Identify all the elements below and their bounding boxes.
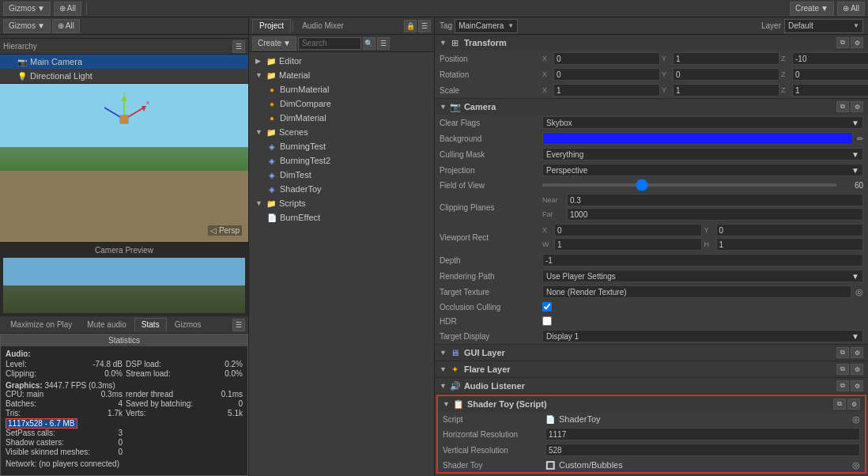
shader-toy-header[interactable]: ▼ 📋 Shader Toy (Script) ⧉ ⚙	[438, 396, 865, 412]
hdr-checkbox[interactable]	[542, 316, 552, 326]
background-color-swatch[interactable]	[542, 132, 853, 145]
target-texture-dropdown[interactable]: None (Render Texture)	[542, 285, 851, 298]
projection-value: Perspective ▼	[542, 164, 863, 176]
scene-gizmo: y x	[96, 92, 152, 149]
camera-gear-button[interactable]: ⚙	[851, 101, 863, 112]
audio-gear-button[interactable]: ⚙	[851, 380, 863, 391]
tag-dropdown[interactable]: MainCamera ▼	[455, 19, 518, 33]
folder-material[interactable]: ▼ 📁 Material	[249, 68, 434, 82]
item-burneffect[interactable]: 📄 BurnEffect	[249, 210, 434, 225]
item-dimtest[interactable]: ◈ DimTest	[249, 168, 434, 182]
gui-gear-button[interactable]: ⚙	[851, 347, 863, 358]
camera-component-header[interactable]: ▼ 📷 Camera ⧉ ⚙	[435, 99, 868, 115]
stats-panel: Statistics Audio: Level: -74.8 dB Clippi…	[0, 334, 248, 476]
horiz-res-input[interactable]	[545, 428, 860, 440]
gui-layer-component: ▼ 🖥 GUI Layer ⧉ ⚙	[435, 345, 868, 361]
all2-button[interactable]: ⊕ All	[837, 2, 865, 16]
gizmos-button[interactable]: Gizmos ▼	[3, 2, 51, 16]
inspector-panel: Tag MainCamera ▼ Layer Default ▼ ▼ ⊞ Tra…	[435, 17, 868, 476]
near-input[interactable]	[567, 194, 863, 206]
pos-z-input[interactable]	[792, 52, 868, 65]
rot-y-input[interactable]	[673, 68, 779, 81]
stats-menu-button[interactable]: ☰	[232, 319, 245, 331]
flare-gear-button[interactable]: ⚙	[851, 364, 863, 375]
pos-y-input[interactable]	[673, 52, 779, 65]
project-search-input[interactable]	[298, 37, 361, 50]
search-icon-btn[interactable]: 🔍	[363, 37, 376, 50]
project-create-button[interactable]: Create ▼	[252, 36, 296, 51]
camera-icon: 📷	[17, 56, 28, 67]
rot-z-input[interactable]	[792, 68, 868, 81]
occlusion-checkbox[interactable]	[542, 302, 552, 312]
vp-w-input[interactable]	[554, 238, 702, 251]
folder-scenes[interactable]: ▼ 📁 Scenes	[249, 125, 434, 139]
scene-all-button[interactable]: ⊕ All	[52, 19, 80, 33]
audio-ref-button[interactable]: ⧉	[836, 380, 849, 391]
pos-x-input[interactable]	[553, 52, 660, 65]
clear-flags-dropdown[interactable]: Skybox ▼	[542, 116, 863, 129]
shader-value: 🔳 Custom/Bubbles ◎	[545, 460, 860, 470]
project-lock-button[interactable]: 🔒	[404, 20, 417, 32]
item-dimcompare[interactable]: ● DimCompare	[249, 96, 434, 111]
item-dimmaterial[interactable]: ● DimMaterial	[249, 111, 434, 125]
item-burningtest[interactable]: ◈ BurningTest	[249, 139, 434, 153]
camera-ref-button[interactable]: ⧉	[836, 101, 849, 112]
gizmos2-button[interactable]: Gizmos ▼	[3, 19, 51, 33]
folder-scripts[interactable]: ▼ 📁 Scripts	[249, 196, 434, 210]
culling-mask-row: Culling Mask Everything ▼	[435, 146, 868, 162]
folder-editor[interactable]: ▶ 📁 Editor	[249, 54, 434, 68]
transform-ref-button[interactable]: ⧉	[836, 37, 849, 48]
fov-value: 60	[542, 181, 863, 190]
tab-project[interactable]: Project	[252, 19, 291, 33]
vp-y-input[interactable]	[716, 224, 864, 236]
gui-ref-button[interactable]: ⧉	[836, 347, 849, 358]
main-camera-item[interactable]: 📷 Main Camera	[0, 55, 248, 69]
rendering-dropdown[interactable]: Use Player Settings ▼	[542, 270, 863, 282]
inspector-header: Tag MainCamera ▼ Layer Default ▼	[435, 17, 868, 35]
scale-x-input[interactable]	[553, 84, 660, 96]
target-display-dropdown[interactable]: Display 1 ▼	[542, 330, 863, 342]
svg-marker-1	[121, 95, 127, 101]
tag-arrow-icon: ▼	[508, 22, 514, 29]
shader-pick-icon[interactable]: ◎	[852, 460, 860, 470]
transform-header[interactable]: ▼ ⊞ Transform ⧉ ⚙	[435, 35, 868, 51]
tab-stats[interactable]: Stats	[134, 318, 167, 332]
item-burnmaterial[interactable]: ● BurnMaterial	[249, 82, 434, 96]
item-shadertoy-scene[interactable]: ◈ ShaderToy	[249, 182, 434, 196]
position-row: Position X Y Z	[435, 51, 868, 66]
projection-dropdown[interactable]: Perspective ▼	[542, 164, 863, 176]
create-button[interactable]: Create ▼	[790, 2, 834, 16]
target-texture-pick-icon[interactable]: ◎	[855, 287, 863, 297]
vp-x-input[interactable]	[554, 224, 702, 236]
tab-gizmos[interactable]: Gizmos	[168, 318, 209, 332]
tab-audio-mixer[interactable]: Audio Mixer	[295, 19, 351, 33]
rot-x-input[interactable]	[553, 68, 660, 81]
tab-maximize[interactable]: Maximize on Play	[3, 318, 79, 332]
st-gear-button[interactable]: ⚙	[847, 399, 860, 410]
layer-dropdown[interactable]: Default ▼	[784, 19, 863, 33]
fov-slider[interactable]	[542, 183, 836, 187]
flare-layer-header[interactable]: ▼ ✦ Flare Layer ⧉ ⚙	[435, 361, 868, 377]
vp-h-input[interactable]	[716, 238, 864, 251]
hierarchy-menu-button[interactable]: ☰	[232, 40, 245, 53]
flare-ref-button[interactable]: ⧉	[836, 364, 849, 375]
item-burningtest2[interactable]: ◈ BurningTest2	[249, 153, 434, 168]
filter-icon-btn[interactable]: ☰	[377, 37, 390, 50]
script-pick-icon[interactable]: ◎	[852, 414, 860, 425]
st-ref-button[interactable]: ⧉	[833, 399, 846, 410]
scale-y-input[interactable]	[673, 84, 779, 96]
all-button[interactable]: ⊕ All	[54, 2, 81, 16]
transform-gear-button[interactable]: ⚙	[851, 37, 863, 48]
far-input[interactable]	[567, 208, 863, 221]
project-menu-button[interactable]: ☰	[418, 20, 431, 32]
vert-res-input[interactable]	[545, 444, 860, 456]
gui-layer-header[interactable]: ▼ 🖥 GUI Layer ⧉ ⚙	[435, 345, 868, 361]
near-far-group: Near Far	[542, 194, 863, 221]
directional-light-item[interactable]: 💡 Directional Light	[0, 69, 248, 83]
background-edit-icon[interactable]: ✏	[857, 134, 863, 143]
depth-input[interactable]	[542, 254, 863, 266]
scale-z-input[interactable]	[792, 84, 868, 96]
culling-mask-dropdown[interactable]: Everything ▼	[542, 148, 863, 161]
tab-mute[interactable]: Mute audio	[80, 318, 133, 332]
audio-listener-header[interactable]: ▼ 🔊 Audio Listener ⧉ ⚙	[435, 378, 868, 394]
